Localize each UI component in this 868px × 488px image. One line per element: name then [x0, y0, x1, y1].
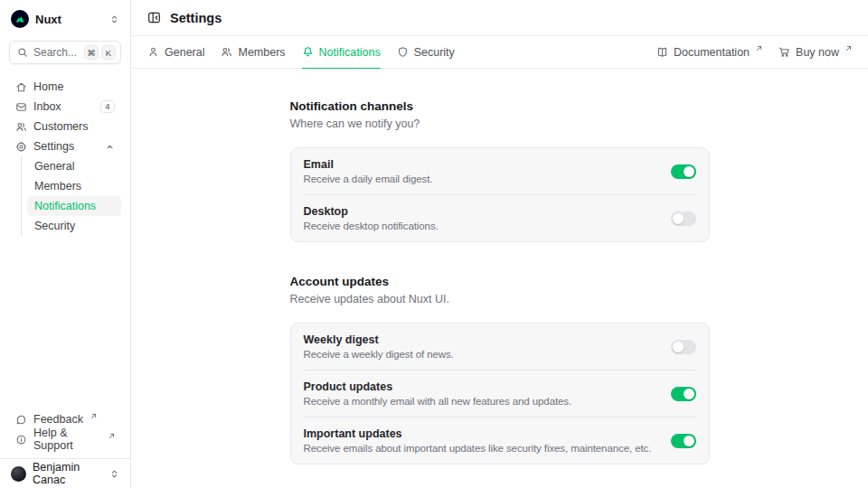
- tab-general[interactable]: General: [147, 36, 204, 68]
- external-link-icon: [756, 45, 762, 52]
- sidebar-item-members[interactable]: Members: [27, 176, 121, 196]
- workspace-name: Nuxt: [35, 13, 61, 26]
- email-toggle[interactable]: [671, 164, 696, 179]
- sidebar-item-security[interactable]: Security: [27, 216, 121, 236]
- sidebar-nav: Home Inbox 4 Customers Settings: [9, 77, 121, 236]
- setting-title: Product updates: [304, 380, 660, 393]
- home-icon: [15, 81, 27, 93]
- user-name: Benjamin Canac: [33, 461, 103, 486]
- inbox-icon: [15, 101, 27, 113]
- setting-description: Receive desktop notifications.: [304, 221, 660, 231]
- tab-label: Members: [238, 46, 285, 59]
- settings-tabbar: General Members Notifications Security: [131, 36, 868, 69]
- section-title: Notification channels: [290, 99, 710, 113]
- section-description: Where can we notify you?: [290, 117, 710, 130]
- setting-row-weekly-digest: Weekly digest Receive a weekly digest of…: [304, 324, 696, 370]
- sidebar-item-settings[interactable]: Settings: [9, 136, 121, 156]
- sidebar-item-label: Customers: [33, 120, 88, 133]
- action-label: Buy now: [796, 46, 839, 59]
- setting-title: Important updates: [304, 427, 660, 440]
- buy-now-button[interactable]: Buy now: [778, 46, 852, 59]
- sidebar-item-label: Security: [34, 220, 75, 232]
- sidebar-item-label: Feedback: [33, 413, 83, 426]
- settings-card: Weekly digest Receive a weekly digest of…: [290, 323, 710, 465]
- tab-notifications[interactable]: Notifications: [302, 36, 381, 68]
- avatar: [11, 466, 26, 482]
- setting-row-product-updates: Product updates Receive a monthly email …: [304, 370, 696, 417]
- section-title: Account updates: [290, 275, 710, 288]
- gear-icon: [15, 141, 27, 153]
- setting-row-desktop: Desktop Receive desktop notifications.: [304, 194, 696, 241]
- search-placeholder: Search...: [33, 46, 77, 59]
- external-link-icon: [108, 433, 115, 439]
- nuxt-logo-icon: [11, 10, 29, 28]
- chat-bubble-icon: [15, 414, 27, 426]
- setting-row-email: Email Receive a daily email digest.: [304, 148, 696, 194]
- setting-description: Receive a weekly digest of news.: [304, 349, 660, 360]
- settings-subnav: General Members Notifications Security: [21, 156, 121, 236]
- tab-members[interactable]: Members: [221, 36, 285, 68]
- weekly-digest-toggle[interactable]: [671, 340, 696, 354]
- sidebar-footer-nav: Feedback Help & Support: [9, 409, 121, 449]
- tab-label: Security: [414, 46, 455, 59]
- sidebar-item-inbox[interactable]: Inbox 4: [9, 97, 121, 117]
- tab-label: Notifications: [319, 46, 381, 59]
- setting-description: Receive a daily email digest.: [304, 174, 660, 184]
- important-updates-toggle[interactable]: [671, 434, 696, 448]
- sidebar-item-customers[interactable]: Customers: [9, 117, 121, 136]
- chevron-select-icon: [109, 14, 119, 24]
- section-account-updates: Account updates Receive updates about Nu…: [290, 275, 710, 465]
- documentation-button[interactable]: Documentation: [656, 46, 762, 59]
- sidebar: Nuxt Search... ⌘ K Home: [0, 0, 131, 488]
- setting-title: Email: [304, 158, 660, 171]
- action-label: Documentation: [674, 46, 750, 59]
- setting-description: Receive emails about important updates l…: [304, 443, 660, 454]
- chevron-select-icon: [109, 469, 119, 479]
- users-icon: [15, 121, 27, 133]
- sidebar-item-label: Settings: [33, 140, 74, 153]
- kbd-cmd: ⌘: [84, 45, 99, 60]
- sidebar-item-label: Notifications: [34, 200, 96, 212]
- cart-icon: [778, 46, 790, 58]
- bell-icon: [302, 46, 314, 58]
- sidebar-item-label: Inbox: [33, 100, 61, 113]
- external-link-icon: [90, 413, 97, 419]
- chevron-up-icon: [105, 142, 115, 152]
- settings-card: Email Receive a daily email digest. Desk…: [290, 147, 710, 242]
- sidebar-spacer: [9, 236, 121, 409]
- sidebar-item-label: Members: [34, 180, 81, 192]
- search-input[interactable]: Search... ⌘ K: [9, 41, 121, 64]
- kbd-k: K: [101, 45, 116, 60]
- setting-description: Receive a monthly email with all new fea…: [304, 396, 660, 407]
- page-title: Settings: [170, 11, 222, 25]
- person-icon: [147, 46, 159, 58]
- product-updates-toggle[interactable]: [671, 387, 696, 401]
- users-icon: [221, 46, 232, 58]
- workspace-switcher[interactable]: Nuxt: [9, 8, 121, 30]
- collapse-sidebar-icon[interactable]: [147, 11, 161, 24]
- sidebar-item-home[interactable]: Home: [9, 77, 121, 97]
- section-notification-channels: Notification channels Where can we notif…: [290, 99, 710, 242]
- tab-security[interactable]: Security: [397, 36, 455, 68]
- sidebar-item-label: Home: [33, 80, 63, 93]
- desktop-toggle[interactable]: [671, 211, 696, 226]
- sidebar-item-general[interactable]: General: [27, 156, 121, 176]
- sidebar-item-label: Help & Support: [33, 427, 101, 452]
- sidebar-item-help-support[interactable]: Help & Support: [9, 429, 121, 449]
- setting-row-important-updates: Important updates Receive emails about i…: [304, 417, 696, 464]
- external-link-icon: [845, 45, 852, 52]
- book-open-icon: [656, 46, 668, 58]
- setting-title: Desktop: [304, 205, 660, 218]
- search-shortcut: ⌘ K: [84, 45, 116, 60]
- user-menu[interactable]: Benjamin Canac: [9, 459, 121, 488]
- inbox-count-badge: 4: [100, 100, 115, 114]
- main-panel: Settings General Members Notifications: [131, 0, 868, 488]
- tab-label: General: [165, 46, 204, 59]
- setting-title: Weekly digest: [304, 333, 660, 346]
- shield-icon: [397, 46, 409, 58]
- info-circle-icon: [15, 434, 27, 446]
- section-description: Receive updates about Nuxt UI.: [290, 293, 710, 305]
- app-window: Nuxt Search... ⌘ K Home: [0, 0, 868, 488]
- tabbar-actions: Documentation Buy now: [656, 46, 852, 59]
- sidebar-item-notifications[interactable]: Notifications: [27, 196, 121, 216]
